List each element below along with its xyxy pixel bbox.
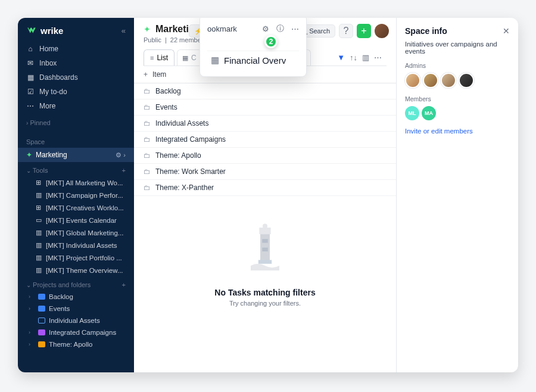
- tool-item[interactable]: ▥[MKT] Individual Assets: [18, 239, 134, 251]
- folder-icon: 🗀: [144, 151, 151, 160]
- projects-section[interactable]: ⌄ Projects and folders +: [18, 276, 134, 291]
- table-icon: ▥: [35, 241, 42, 249]
- tool-item[interactable]: ▥[MKT] Campaign Perfor...: [18, 189, 134, 201]
- tool-item[interactable]: ▥[MKT] Project Portfolio ...: [18, 251, 134, 264]
- pinned-section[interactable]: › Pinned: [18, 114, 134, 129]
- sidebar: wrike « ⌂Home ✉Inbox ▦Dashboards ☑My to-…: [18, 18, 134, 372]
- nav-inbox[interactable]: ✉Inbox: [18, 56, 134, 70]
- empty-title: No Tasks matching filters: [214, 288, 315, 297]
- help-icon: ?: [344, 26, 349, 36]
- tab-collapsed-1[interactable]: ▦C: [177, 49, 202, 66]
- todo-icon: ☑: [26, 88, 35, 96]
- tab-list[interactable]: ≡List: [144, 49, 174, 66]
- user-avatar[interactable]: [375, 24, 389, 38]
- tool-item[interactable]: ▥[MKT] Theme Overview...: [18, 264, 134, 276]
- more-icon[interactable]: ⋯: [374, 53, 382, 62]
- space-info-panel: Space info ✕ Initiatives over campaigns …: [396, 18, 518, 372]
- folder-icon: 🗀: [144, 103, 151, 111]
- project-item[interactable]: ›Backlog: [18, 291, 134, 303]
- space-star-icon: ✦: [144, 24, 151, 34]
- wrike-logo[interactable]: wrike: [26, 25, 63, 36]
- project-item[interactable]: ›Events: [18, 303, 134, 315]
- svg-rect-1: [259, 228, 270, 234]
- nav-dashboards[interactable]: ▦Dashboards: [18, 70, 134, 85]
- admins-label: Admins: [405, 62, 510, 69]
- nav-mytodo[interactable]: ☑My to-do: [18, 85, 134, 99]
- project-item[interactable]: ›Integrated Campaigns: [18, 326, 134, 338]
- add-item-icon[interactable]: +: [144, 70, 148, 79]
- member-avatar[interactable]: ML: [405, 106, 419, 120]
- meta-divider: |: [165, 36, 167, 43]
- add-tool-icon[interactable]: +: [122, 167, 126, 174]
- svg-rect-3: [258, 260, 272, 263]
- folder-row[interactable]: 🗀Theme: Work Smarter: [134, 164, 396, 180]
- admin-avatar[interactable]: [405, 73, 420, 88]
- gear-icon[interactable]: ⚙: [262, 24, 269, 33]
- help-button[interactable]: ?: [339, 24, 353, 38]
- tool-item[interactable]: ▥[MKT] Global Marketing...: [18, 226, 134, 239]
- more-icon: ⋯: [26, 102, 35, 110]
- space-name: Marketing: [36, 151, 67, 159]
- nav-label: My to-do: [39, 88, 67, 96]
- folder-list: 🗀Backlog 🗀Events 🗀Individual Assets 🗀Int…: [134, 83, 396, 196]
- admin-avatar[interactable]: [423, 73, 438, 88]
- tool-item[interactable]: ▭[MKT] Events Calendar: [18, 214, 134, 226]
- nav-label: More: [39, 102, 55, 110]
- admin-avatar[interactable]: [441, 73, 456, 88]
- sort-icon[interactable]: ↑↓: [350, 53, 357, 62]
- create-button[interactable]: +: [357, 24, 371, 38]
- folder-row[interactable]: 🗀Theme: Apollo: [134, 148, 396, 164]
- tool-item[interactable]: ⊞[MKT] Creatives Worklo...: [18, 201, 134, 214]
- project-item[interactable]: ›Individual Assets: [18, 315, 134, 326]
- columns-icon[interactable]: ▥: [362, 53, 369, 62]
- admins-avatars: [405, 73, 510, 88]
- folder-icon: [38, 341, 45, 347]
- invite-members-link[interactable]: Invite or edit members: [405, 127, 510, 135]
- nav-label: Inbox: [39, 59, 57, 67]
- item-column-header[interactable]: Item: [152, 70, 166, 79]
- lighthouse-icon: [238, 214, 292, 279]
- svg-rect-5: [262, 248, 268, 251]
- tool-item[interactable]: ⊞[MKT] All Marketing Wo...: [18, 176, 134, 189]
- nav-home[interactable]: ⌂Home: [18, 42, 134, 56]
- space-settings-icon[interactable]: ⚙ ›: [116, 151, 126, 159]
- folder-row[interactable]: 🗀Individual Assets: [134, 116, 396, 132]
- member-avatar[interactable]: MA: [422, 106, 436, 120]
- projects-label: Projects and folders: [33, 281, 91, 288]
- add-project-icon[interactable]: +: [122, 281, 126, 288]
- projects-list: ›Backlog ›Events ›Individual Assets ›Int…: [18, 291, 134, 350]
- nav-more[interactable]: ⋯More: [18, 99, 134, 113]
- folder-row[interactable]: 🗀Integrated Campaigns: [134, 132, 396, 148]
- more-icon[interactable]: ⋯: [291, 24, 299, 33]
- plus-icon: +: [361, 26, 366, 36]
- nav-label: Home: [39, 45, 58, 53]
- space-marketing[interactable]: ✦Marketing ⚙ ›: [18, 148, 134, 162]
- admin-avatar[interactable]: [459, 73, 474, 88]
- table-icon: ▥: [35, 191, 42, 199]
- tools-section[interactable]: ⌄ Tools +: [18, 162, 134, 176]
- folder-row[interactable]: 🗀Backlog: [134, 83, 396, 99]
- folder-icon: [38, 318, 45, 323]
- info-icon[interactable]: ⓘ: [276, 23, 284, 34]
- folder-icon: 🗀: [144, 87, 151, 95]
- home-icon: ⌂: [26, 45, 35, 53]
- app-frame: wrike « ⌂Home ✉Inbox ▦Dashboards ☑My to-…: [18, 18, 518, 372]
- wrike-logo-icon: [26, 25, 37, 36]
- empty-state: No Tasks matching filters Try changing y…: [134, 196, 396, 313]
- members-avatars: ML MA: [405, 106, 510, 120]
- project-item[interactable]: ›Theme: Apollo: [18, 338, 134, 350]
- folder-icon: [38, 306, 45, 312]
- collapse-sidebar-icon[interactable]: «: [121, 26, 126, 35]
- popover-tab[interactable]: ▦ Financial Overv: [207, 51, 299, 66]
- folder-row[interactable]: 🗀Events: [134, 99, 396, 116]
- filter-icon[interactable]: ▼: [337, 53, 345, 62]
- svg-rect-4: [262, 239, 268, 242]
- folder-row[interactable]: 🗀Theme: X-Panther: [134, 180, 396, 196]
- panel-title: Space info: [405, 26, 447, 36]
- board-icon: ⊞: [35, 204, 42, 211]
- brand-text: wrike: [40, 26, 63, 36]
- logo-row: wrike «: [18, 18, 134, 41]
- close-panel-icon[interactable]: ✕: [503, 26, 510, 36]
- bookmark-popover: ookmark ⚙ ⓘ ⋯ 2 ▦ Financial Overv: [200, 18, 307, 77]
- dashboard-icon: ▦: [26, 73, 35, 82]
